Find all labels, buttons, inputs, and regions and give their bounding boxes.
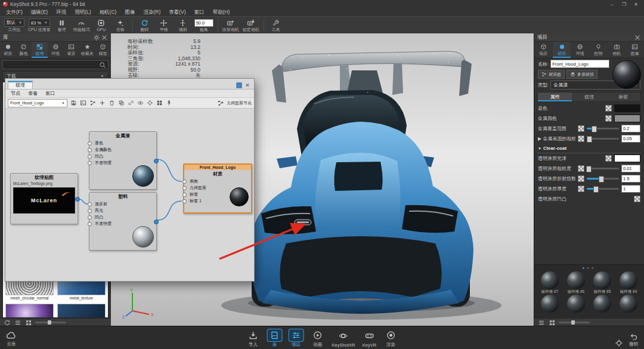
library-list-view-icon[interactable] [14,319,21,326]
geometry-node-toggle[interactable]: 几何图形节点 [216,99,252,107]
toolbar-fov-button[interactable]: 50.0视角 [193,17,215,33]
graph-nodes-icon[interactable] [88,99,97,107]
texture-map-icon[interactable] [605,155,612,162]
library-search[interactable] [2,60,109,69]
toolbar-dolly-button[interactable]: 倾斜 [174,17,193,33]
material-pager-dots[interactable]: ●●● [537,266,641,271]
node-metallic-paint-port-3[interactable]: 不透明度 [89,159,134,166]
project-tab-lighting[interactable]: 照明 [589,42,608,58]
toolbar-gpu-button[interactable]: GPU [92,17,111,33]
graph-image-icon[interactable] [79,99,87,107]
graph-save-icon[interactable] [69,99,78,107]
texture-map-icon[interactable] [578,125,584,132]
pager-dot-2[interactable]: ● [592,266,596,270]
project-list-view-icon[interactable] [537,319,545,326]
toolbar-pause-button[interactable]: 暂停 [52,17,72,33]
material-item-1[interactable]: 碳纤维 #6 [564,271,589,294]
toolbar-add-camera-button[interactable]: 添加相机 [221,17,241,33]
menu-view[interactable]: 查看(V) [165,9,190,16]
texture-thumbnail-3[interactable] [57,304,106,318]
property-clearcoat-ior[interactable]: 透明涂层折射指数1.5 [538,174,640,184]
dock-undo-button[interactable]: 撤销 [629,332,638,347]
graph-tab-texture[interactable]: 纹理 [8,81,33,89]
texture-output-port[interactable] [75,197,80,202]
clearcoat-roughness-value[interactable]: 0.01 [621,165,640,172]
node-texture-map[interactable]: 纹理贴图 McLaren_Textlogo.png McLaren [10,173,78,224]
graph-trash-icon[interactable] [107,99,116,107]
close-button[interactable]: ✕ [631,1,641,8]
dock-item-keyvr[interactable]: KeyVR [362,330,376,348]
subtab-textures[interactable]: 纹理 [572,92,606,101]
property-clearcoat-bump[interactable]: 透明涂层凹凸 [538,194,640,204]
graph-pin-icon[interactable] [165,99,173,107]
minimize-button[interactable]: – [607,1,617,8]
property-clearcoat-thickness[interactable]: 透明涂层厚度1 [538,184,640,194]
toolbar-performance-mode-button[interactable]: 性能模式 [72,17,92,33]
dock-locate-button[interactable] [615,339,623,347]
menu-edit[interactable]: 编辑(E) [27,9,52,16]
node-material-port-1[interactable]: 几何图形 [184,184,228,191]
material-item-7[interactable] [616,295,641,317]
property-metal-coverage[interactable]: 金属覆盖范围0.2 [538,123,640,134]
library-tab-backplates[interactable]: 背景 [63,42,79,58]
node-material-port-2[interactable]: 标签 [184,191,228,197]
menu-window[interactable]: 窗口 [190,9,209,16]
library-tab-colors[interactable]: 颜色 [16,42,32,58]
texture-map-icon[interactable] [634,196,640,202]
library-tab-favorites[interactable]: 收藏夹 [79,42,95,58]
property-metal-roughness[interactable]: ▶ 金属表面的粗糙度0.05 [538,134,640,144]
project-close-icon[interactable] [633,34,641,41]
material-item-4[interactable] [537,295,562,317]
project-tab-material[interactable]: 材质 [553,42,571,58]
node-metallic-paint-port-1[interactable]: 金属颜色 [89,146,134,153]
material-item-5[interactable] [564,295,589,317]
material-item-2[interactable]: 碳纤维 #5 [590,271,615,294]
toolbar-lock-camera-button[interactable]: 锁定相机 [241,17,261,33]
multi-material-button[interactable]: 多层材质 [566,70,597,79]
node-metallic-paint-port-0[interactable]: 基色 [89,140,134,146]
subtab-properties[interactable]: 属性 [538,92,572,101]
node-plastic-port-0[interactable]: 漫反射 [89,200,134,207]
maximize-button[interactable]: ❐ [619,1,629,8]
menu-image[interactable]: 图像 [120,9,139,16]
graph-dock-icon[interactable] [235,81,243,89]
property-base-color[interactable]: 基色 [538,103,640,113]
menu-lighting[interactable]: 照明(L) [70,9,95,16]
texture-map-icon[interactable] [578,165,584,172]
graph-duplicate-icon[interactable] [117,99,125,107]
graph-plus-icon[interactable] [98,99,106,107]
graph-menu-window[interactable]: 窗口 [42,90,58,97]
toolbar-tools-button[interactable]: 工具 [267,17,286,33]
library-settings-icon[interactable] [92,34,100,41]
library-close-icon[interactable] [100,34,108,41]
library-grid-view-icon[interactable] [24,319,32,326]
menu-file[interactable]: 文件(F) [2,9,27,16]
graph-crosshair-icon[interactable] [145,99,154,107]
graph-titlebar[interactable]: 纹理 ✕ [5,79,254,89]
subtab-labels[interactable]: 标签 [606,92,640,101]
clearcoat-thickness-value[interactable]: 1 [621,185,640,193]
node-metallic-paint[interactable]: 金属漆基色金属颜色凹凸不透明度 [89,131,157,190]
dock-item-animation[interactable]: 动画 [311,329,325,348]
clearcoat-roughness-slider[interactable] [587,168,619,169]
base-color-swatch[interactable] [614,104,640,112]
material-item-3[interactable]: 碳纤维 #4 [616,271,641,294]
thumbnail-size-slider[interactable] [35,322,66,323]
node-metallic-paint-output-port[interactable] [154,159,159,163]
clearcoat-gloss-swatch[interactable] [614,155,640,162]
dock-item-import[interactable]: 导入 [246,329,261,348]
texture-map-icon[interactable] [578,186,584,192]
menu-render[interactable]: 渲染(R) [139,9,165,16]
project-tab-camera[interactable]: 相机 [608,42,626,58]
library-refresh-icon[interactable] [3,319,11,326]
graph-menu-view[interactable]: 查看 [24,90,41,97]
material-name-input[interactable] [550,60,609,68]
property-clearcoat-gloss[interactable]: 透明涂层光泽 [538,153,640,163]
project-tab-image[interactable]: 图像 [626,42,644,58]
toolbar-cpu-usage-button[interactable]: 83 %▼CPU 使用量 [26,17,52,33]
menu-help[interactable]: 帮助(H) [209,9,234,16]
library-tab-environments[interactable]: 环境 [48,42,64,58]
node-material-port-0[interactable]: 表面 [184,178,228,184]
dock-item-library[interactable]: 库 [268,329,282,348]
clearcoat-ior-slider[interactable] [587,178,619,180]
